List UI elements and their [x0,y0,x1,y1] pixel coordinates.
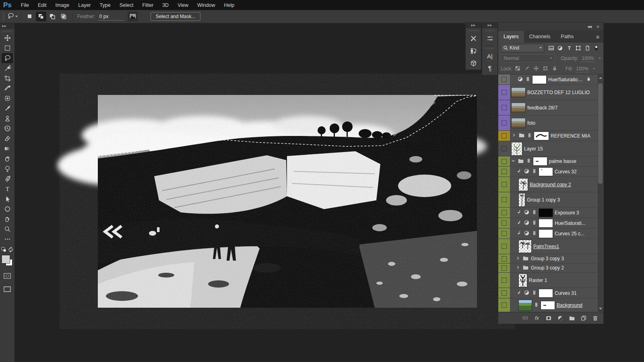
history-brush-tool[interactable] [2,123,13,134]
history-panel-icon[interactable] [470,45,477,57]
tool-preset-picker[interactable] [7,12,18,21]
layer-name[interactable]: Exposure 3 [555,210,579,216]
menu-select[interactable]: Select [115,0,138,10]
foreground-color-swatch[interactable] [2,255,10,263]
layer-visibility-toggle[interactable] [502,159,507,164]
delete-layer-icon[interactable] [592,315,599,321]
layer-visibility-toggle[interactable] [502,105,507,110]
strip2-expand-button[interactable]: ▶▶ [482,23,497,28]
layer-row[interactable]: feedback 28/7 [498,100,603,115]
eyedropper-tool[interactable] [2,83,13,93]
layer-visibility-toggle[interactable] [502,290,507,296]
layer-row[interactable]: Group 3 copy 2 [498,263,603,273]
menu-layer[interactable]: Layer [74,0,95,10]
quick-selection-tool[interactable] [2,63,13,73]
collapse-group-icon[interactable] [511,158,516,165]
layer-visibility-toggle[interactable] [502,133,507,138]
layer-thumbnail[interactable] [512,103,525,113]
document-canvas[interactable] [98,95,477,308]
anti-alias-toggle[interactable] [128,12,138,21]
filter-toggle-pin[interactable] [592,45,601,51]
zoom-tool[interactable] [2,224,13,234]
layer-row[interactable]: palme basse [498,156,603,167]
layer-visibility-toggle[interactable] [502,265,507,271]
new-group-icon[interactable] [569,315,575,321]
layer-row[interactable]: Hue/Saturati... [498,218,603,228]
tab-paths[interactable]: Paths [555,31,579,43]
layer-name[interactable]: Group 1 copy 3 [527,197,560,203]
layer-name[interactable]: feedback 28/7 [527,105,557,111]
lock-transparency-icon[interactable] [515,66,520,72]
expand-group-icon[interactable] [512,133,516,139]
layer-mask-thumbnail[interactable] [534,132,549,140]
layer-row[interactable]: REFERENCE MIA [498,131,603,141]
hand-tool[interactable] [2,214,13,224]
screen-mode-button[interactable] [2,284,13,294]
layer-visibility-toggle[interactable] [502,244,507,249]
lasso-tool[interactable] [2,53,13,63]
layer-row[interactable]: Hue/Saturation 9 [498,74,603,85]
layer-visibility-toggle[interactable] [502,231,507,236]
move-tool[interactable] [2,33,13,43]
type-tool[interactable]: T [2,184,13,194]
layer-row[interactable]: Curves 25 c... [498,228,603,239]
layer-thumbnail[interactable] [519,300,532,311]
layer-mask-thumbnail[interactable] [539,230,553,238]
layer-mask-thumbnail[interactable] [539,289,553,297]
layer-name[interactable]: palme basse [549,158,576,164]
layer-name[interactable]: PalmTrees1 [533,244,559,249]
scrollbar-thumb[interactable] [598,83,603,184]
layer-visibility-toggle[interactable] [502,256,507,261]
fill-value[interactable]: 100% [575,66,589,72]
layer-visibility-toggle[interactable] [502,146,507,151]
layer-name[interactable]: foto [527,120,535,126]
expand-group-icon[interactable] [516,265,520,271]
layer-row[interactable]: Exposure 3 [498,208,603,218]
color-swatches[interactable] [2,255,12,266]
default-colors-icon[interactable] [1,247,6,254]
layer-row[interactable]: PalmTrees1 [498,239,603,254]
opacity-chevron[interactable] [599,58,601,59]
clone-stamp-tool[interactable] [2,113,13,123]
menu-view[interactable]: View [173,0,193,10]
layer-style-icon[interactable]: fx [534,315,540,321]
layer-row[interactable]: Curves 32 [498,167,603,177]
gradient-tool[interactable] [2,144,13,154]
layer-row[interactable]: Raster 1 [498,273,603,288]
type-filter-icon[interactable]: T [565,45,573,51]
layer-row[interactable]: Background copy 2 [498,177,603,192]
layer-mask-thumbnail[interactable] [539,168,553,176]
layer-visibility-toggle[interactable] [502,302,507,308]
lock-all-icon[interactable] [552,66,557,72]
tool-presets-panel-icon[interactable] [470,32,477,45]
brush-tool[interactable] [2,103,13,113]
feather-input[interactable]: 0 px [98,13,124,21]
adjustment-filter-icon[interactable] [556,45,564,51]
layer-name[interactable]: Raster 1 [529,278,547,283]
layer-visibility-toggle[interactable] [502,278,507,283]
layer-mask-thumbnail[interactable] [533,157,547,165]
crop-tool[interactable] [2,73,13,83]
blend-mode-dropdown[interactable]: Normal [501,54,555,63]
shape-filter-icon[interactable] [574,45,582,51]
lock-artboard-icon[interactable] [543,66,548,72]
collapse-panels-icon[interactable]: ◀◀ [587,25,591,29]
filter-kind-dropdown[interactable]: Kind [501,44,544,52]
layer-visibility-toggle[interactable] [502,120,507,125]
layer-name[interactable]: Curves 31 [555,290,577,296]
layer-name[interactable]: BOZZETTO DEF 12 LUGLIO [527,90,590,95]
select-and-mask-button[interactable]: Select and Mask... [151,12,201,21]
edit-toolbar[interactable] [2,234,13,244]
layer-thumbnail[interactable] [519,240,531,253]
new-selection-button[interactable] [25,12,35,21]
paragraph-panel-icon[interactable]: ¶ [485,62,494,75]
scroll-down-arrow[interactable] [599,308,602,310]
scroll-up-arrow[interactable] [599,77,602,79]
layer-mask-thumbnail[interactable] [539,209,553,217]
layer-visibility-toggle[interactable] [502,210,507,215]
dodge-tool[interactable] [2,164,13,174]
expand-group-icon[interactable] [516,256,520,262]
layer-row[interactable]: foto [498,115,603,131]
layer-thumbnail[interactable] [519,179,528,191]
layer-visibility-toggle[interactable] [502,197,507,202]
